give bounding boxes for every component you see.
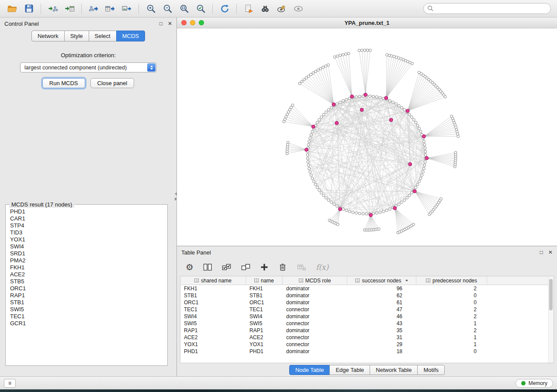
table-row[interactable]: YOX1YOX1connector291 xyxy=(180,341,548,348)
float-table-panel-icon[interactable]: □ xyxy=(540,250,543,255)
table-cell: YOX1 xyxy=(180,341,246,348)
export-network-button[interactable] xyxy=(86,2,101,15)
table-row[interactable]: TEC1TEC1connector472 xyxy=(180,306,548,313)
table-cell: 61 xyxy=(347,299,416,306)
tab-style[interactable]: Style xyxy=(64,31,89,41)
table-row[interactable]: ACE2ACE2connector311 xyxy=(180,334,548,341)
show-columns-button[interactable] xyxy=(203,263,212,272)
tab-motifs[interactable]: Motifs xyxy=(417,365,445,375)
search-input[interactable] xyxy=(423,3,551,14)
add-column-button[interactable] xyxy=(260,263,269,272)
mcds-result-item[interactable]: SRD1 xyxy=(10,250,167,257)
delete-column-button[interactable] xyxy=(278,262,287,272)
mcds-result-item[interactable]: STB5 xyxy=(10,278,167,285)
dropdown-stepper-icon[interactable] xyxy=(147,63,156,72)
network-canvas[interactable] xyxy=(177,28,557,246)
export-image-button[interactable] xyxy=(119,2,135,15)
mcds-result-item[interactable]: YOX1 xyxy=(10,236,167,243)
mcds-result-item[interactable]: STP4 xyxy=(10,222,167,229)
tab-network[interactable]: Network xyxy=(31,31,65,41)
criterion-dropdown[interactable]: largest connected component (undirected) xyxy=(20,62,156,72)
columns-icon xyxy=(203,263,212,272)
mcds-result-item[interactable]: PMA2 xyxy=(10,257,167,264)
mcds-result-item[interactable]: CAR1 xyxy=(10,215,167,222)
export-table-button[interactable] xyxy=(102,2,118,15)
table-scrollbar[interactable] xyxy=(548,276,554,363)
mcds-result-item[interactable]: PHD1 xyxy=(10,208,167,215)
table-cell: FKH1 xyxy=(246,285,283,292)
table-settings-button[interactable]: ⚙ xyxy=(186,263,194,272)
task-history-button[interactable]: ≡ xyxy=(4,379,16,388)
column-header-filler xyxy=(487,276,554,285)
zoom-in-button[interactable] xyxy=(143,2,159,15)
run-mcds-button[interactable]: Run MCDS xyxy=(42,78,85,88)
toolbar-separator xyxy=(212,3,213,14)
tab-select[interactable]: Select xyxy=(89,31,117,41)
column-header-MCDS-role[interactable]: MCDS role xyxy=(283,276,347,285)
import-table-button[interactable] xyxy=(62,2,77,15)
zoom-fit-button[interactable] xyxy=(176,2,192,15)
column-header-shared-name[interactable]: shared name xyxy=(180,276,246,285)
table-cell: dominator xyxy=(283,292,347,299)
close-panel-icon[interactable]: ✕ xyxy=(168,21,172,26)
import-network-button[interactable] xyxy=(45,2,61,15)
sort-dropdown-icon[interactable] xyxy=(405,280,408,282)
column-header-predecessor-nodes[interactable]: predecessor nodes xyxy=(416,276,487,285)
table-row[interactable]: STB1STB1dominator620 xyxy=(180,292,548,299)
column-header-name[interactable]: name xyxy=(246,276,283,285)
collapse-left-icon[interactable] xyxy=(175,192,177,196)
delete-table-button[interactable] xyxy=(297,263,307,272)
find-button[interactable] xyxy=(257,2,273,15)
annotation-button[interactable] xyxy=(274,2,290,15)
table-row[interactable]: RAP1RAP1dominator352 xyxy=(180,327,548,334)
table-row[interactable]: FKH1FKH1dominator962 xyxy=(180,285,548,292)
close-table-panel-icon[interactable]: ✕ xyxy=(548,250,553,255)
table-cell: connector xyxy=(283,334,347,341)
select-all-button[interactable] xyxy=(221,263,232,271)
column-header-successor-nodes[interactable]: successor nodes xyxy=(347,276,416,285)
tab-edge-table[interactable]: Edge Table xyxy=(329,365,370,375)
mcds-result-item[interactable]: TID3 xyxy=(10,229,167,236)
function-builder-button[interactable]: f(x) xyxy=(316,263,329,272)
table-row[interactable]: ORC1ORC1dominator610 xyxy=(180,299,548,306)
mcds-result-item[interactable]: TEC1 xyxy=(10,313,167,320)
mcds-result-item[interactable]: ORC1 xyxy=(10,285,167,292)
table-cell: RAP1 xyxy=(246,327,283,334)
table-row[interactable]: PHD1PHD1dominator180 xyxy=(180,348,548,355)
zoom-out-button[interactable] xyxy=(159,2,175,15)
minimize-window-icon[interactable] xyxy=(190,20,195,25)
table-cell: STB1 xyxy=(246,292,283,299)
mcds-result-item[interactable]: ACE2 xyxy=(10,271,167,278)
show-hide-button[interactable] xyxy=(291,2,306,15)
table-cell: TEC1 xyxy=(180,306,246,313)
delete-table-icon xyxy=(297,263,307,272)
panel-splitter[interactable] xyxy=(174,192,178,203)
table-row[interactable]: SWI5SWI5connector431 xyxy=(180,320,548,327)
expand-right-icon[interactable] xyxy=(175,197,177,201)
scrollbar-thumb[interactable] xyxy=(549,279,553,310)
tab-node-table[interactable]: Node Table xyxy=(289,365,330,375)
mcds-result-item[interactable]: STB1 xyxy=(10,299,167,306)
open-session-button[interactable] xyxy=(4,2,20,15)
mcds-result-item[interactable]: SWI4 xyxy=(10,243,167,250)
network-graph[interactable] xyxy=(177,28,556,244)
unselect-all-button[interactable] xyxy=(241,263,251,271)
tab-network-table[interactable]: Network Table xyxy=(370,365,418,375)
close-mcds-panel-button[interactable]: Close panel xyxy=(90,78,135,88)
mcds-result-item[interactable]: GCR1 xyxy=(10,320,167,327)
apply-layout-button[interactable] xyxy=(217,2,232,15)
table-row[interactable]: SWI4SWI4dominator462 xyxy=(180,313,548,320)
network-title: YPA_prune.txt_1 xyxy=(177,20,557,26)
memory-button[interactable]: Memory xyxy=(515,379,553,388)
float-panel-icon[interactable]: □ xyxy=(159,21,163,26)
close-window-icon[interactable] xyxy=(181,20,187,25)
zoom-selected-button[interactable] xyxy=(193,2,208,15)
clone-network-button[interactable] xyxy=(241,2,256,15)
tab-mcds[interactable]: MCDS xyxy=(116,31,145,41)
mcds-result-item[interactable]: SWI5 xyxy=(10,306,167,313)
mcds-result-item[interactable]: FKH1 xyxy=(10,264,167,271)
mcds-result-list[interactable]: PHD1CAR1STP4TID3YOX1SWI4SRD1PMA2FKH1ACE2… xyxy=(6,205,167,365)
maximize-window-icon[interactable] xyxy=(199,20,204,25)
save-session-button[interactable] xyxy=(21,2,37,15)
mcds-result-item[interactable]: RAP1 xyxy=(10,292,167,299)
